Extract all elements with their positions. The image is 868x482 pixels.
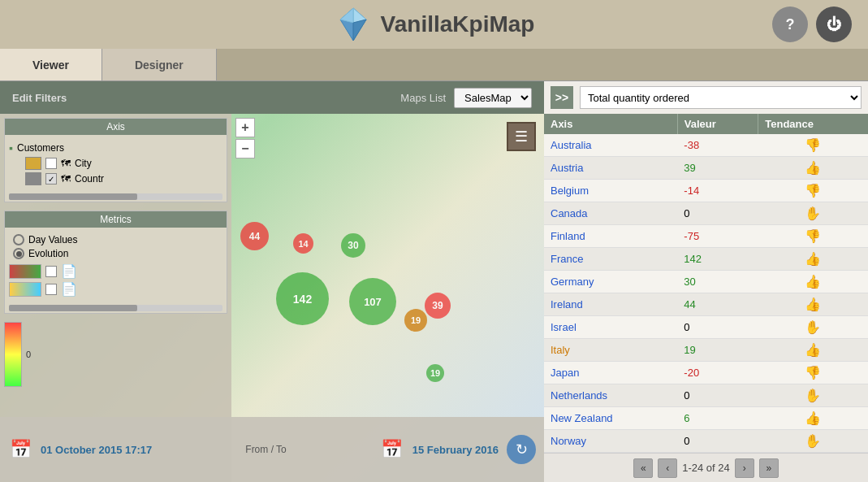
thumb-up-icon: 👍	[805, 161, 821, 175]
thumb-neutral-icon: ✋	[805, 434, 821, 448]
col-tendance: Tendance	[758, 114, 868, 134]
col-valeur: Valeur	[677, 114, 758, 134]
cell-valeur: 44	[677, 293, 758, 316]
map-toolbar: Edit Filters Maps List SalesMap	[0, 81, 544, 114]
day-values-radio-row: Day Values	[13, 234, 218, 245]
calendar-icon-2[interactable]: 📅	[380, 437, 404, 462]
thumb-up-icon: 👍	[805, 343, 821, 357]
country-checkbox[interactable]: ✓	[45, 173, 57, 185]
evolution-radio-dot	[16, 251, 22, 257]
logo-text: VanillaKpiMap	[381, 11, 535, 37]
help-button[interactable]: ?	[772, 7, 808, 42]
table-row: Netherlands0✋	[544, 384, 868, 407]
cell-valeur: 0	[677, 430, 758, 453]
tab-viewer[interactable]: Viewer	[0, 49, 102, 80]
power-button[interactable]: ⏻	[816, 7, 852, 42]
tab-designer[interactable]: Designer	[102, 49, 217, 80]
thumb-neutral-icon: ✋	[805, 206, 821, 220]
table-row: Norway0✋	[544, 430, 868, 453]
cell-valeur: 142	[677, 248, 758, 271]
date-bar: 📅 01 October 2015 17:17 From / To 📅 15 F…	[0, 417, 544, 482]
last-page-button[interactable]: »	[759, 458, 779, 478]
day-values-radio[interactable]	[13, 234, 24, 245]
calendar-icon-1[interactable]: 📅	[8, 437, 32, 462]
thumb-down-icon: 👎	[805, 366, 821, 380]
cell-valeur: 0	[677, 316, 758, 339]
main-content: Edit Filters Maps List SalesMap 1460954,…	[0, 81, 868, 482]
table-row: Israel0✋	[544, 316, 868, 339]
cell-axis: Ireland	[544, 293, 677, 316]
svg-marker-4	[353, 20, 366, 41]
cell-valeur: -14	[677, 180, 758, 202]
maps-select[interactable]: SalesMap	[454, 88, 532, 108]
right-panel: >> Total quantity ordered Axis Valeur Te…	[544, 81, 868, 482]
layers-icon-button[interactable]: ☰	[507, 122, 536, 151]
first-page-button[interactable]: «	[633, 458, 653, 478]
col-axis: Axis	[544, 114, 677, 134]
tab-bar: Viewer Designer	[0, 49, 868, 81]
bubble-belgium: 14	[293, 233, 313, 254]
prev-page-button[interactable]: ‹	[658, 458, 677, 478]
cell-tendance: 👍	[758, 339, 868, 362]
map-layer-icon: 🗺	[61, 158, 71, 169]
cell-valeur: 39	[677, 157, 758, 180]
date2-display: 15 February 2016	[412, 444, 499, 456]
refresh-button[interactable]: ↻	[507, 435, 536, 464]
map-area[interactable]: 1460954,292014889,7128123,408095631 Axis…	[0, 114, 544, 482]
metric-select[interactable]: Total quantity ordered	[580, 86, 862, 109]
cell-axis: Japan	[544, 362, 677, 384]
bubble-misc: 19	[426, 364, 444, 382]
metrics-checkbox-2[interactable]	[45, 284, 57, 295]
cell-axis: Canada	[544, 202, 677, 225]
maps-list-area: Maps List SalesMap	[400, 88, 532, 108]
cell-axis: Austria	[544, 157, 677, 180]
color-scale-area: 0	[4, 322, 227, 387]
cell-tendance: 👍	[758, 293, 868, 316]
expand-panel-button[interactable]: >>	[551, 86, 573, 109]
cell-valeur: 19	[677, 339, 758, 362]
axis-scrollbar[interactable]	[9, 193, 222, 200]
evolution-radio[interactable]	[13, 248, 24, 259]
metrics-layer-2: 📄	[9, 281, 222, 297]
metrics-scroll-thumb	[9, 305, 137, 311]
left-panel: Edit Filters Maps List SalesMap 1460954,…	[0, 81, 544, 482]
header-buttons: ? ⏻	[772, 7, 852, 42]
metrics-scrollbar[interactable]	[9, 305, 222, 311]
axis-scroll-thumb	[9, 193, 137, 200]
country-color	[25, 172, 41, 185]
color-scale-value: 0	[26, 350, 31, 359]
cell-tendance: ✋	[758, 316, 868, 339]
header: VanillaKpiMap ? ⏻	[0, 0, 868, 49]
zoom-out-button[interactable]: −	[235, 139, 255, 158]
metrics-icon-1: 📄	[61, 263, 77, 279]
gradient-bar-2	[9, 282, 41, 297]
cell-valeur: -75	[677, 225, 758, 248]
city-checkbox[interactable]	[45, 158, 57, 169]
cell-valeur: 30	[677, 271, 758, 293]
maps-list-label: Maps List	[400, 92, 446, 104]
thumb-up-icon: 👍	[805, 252, 821, 266]
table-row: New Zealand6👍	[544, 407, 868, 430]
table-row: France142👍	[544, 248, 868, 271]
gradient-bar-1	[9, 264, 41, 279]
cell-axis: Italy	[544, 339, 677, 362]
bubble-uk: 44	[240, 222, 269, 250]
cell-valeur: 0	[677, 202, 758, 225]
table-row: Austria39👍	[544, 157, 868, 180]
cell-tendance: ✋	[758, 202, 868, 225]
zoom-in-button[interactable]: +	[235, 118, 255, 137]
metrics-checkbox-1[interactable]	[45, 266, 57, 277]
country-layer-row: ✓ 🗺 Countr	[9, 172, 222, 185]
expand-icon[interactable]: ▪	[9, 141, 13, 154]
cell-axis: Belgium	[544, 180, 677, 202]
city-label: City	[75, 158, 92, 169]
metrics-title: Metrics	[5, 211, 227, 228]
next-page-button[interactable]: ›	[735, 458, 754, 478]
cell-tendance: 👎	[758, 134, 868, 157]
cell-axis: Norway	[544, 430, 677, 453]
cell-valeur: -20	[677, 362, 758, 384]
map-background: 1460954,292014889,7128123,408095631 Axis…	[0, 114, 544, 482]
cell-axis: France	[544, 248, 677, 271]
pagination-bar: « ‹ 1-24 of 24 › »	[544, 453, 868, 482]
cell-tendance: 👎	[758, 362, 868, 384]
